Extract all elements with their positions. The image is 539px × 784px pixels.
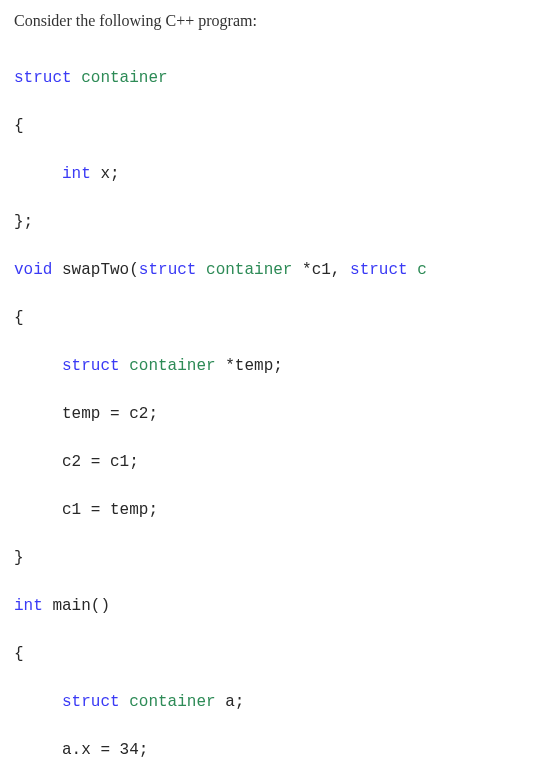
type-container: c xyxy=(408,261,427,279)
kw-struct: struct xyxy=(62,357,120,375)
code-text: *temp; xyxy=(216,357,283,375)
code-text: a; xyxy=(216,693,245,711)
code-text: c1 = temp; xyxy=(14,498,158,522)
type-container: container xyxy=(196,261,292,279)
kw-void: void xyxy=(14,261,52,279)
kw-int: int xyxy=(62,165,91,183)
kw-struct: struct xyxy=(139,261,197,279)
type-container: container xyxy=(120,357,216,375)
brace-close: } xyxy=(14,546,525,570)
brace-close-semi: }; xyxy=(14,210,525,234)
kw-int: int xyxy=(14,597,43,615)
kw-struct: struct xyxy=(62,693,120,711)
fn-name: swapTwo( xyxy=(52,261,138,279)
type-container: container xyxy=(72,69,168,87)
code-block: struct container { int x; }; void swapTw… xyxy=(14,42,525,784)
brace-open: { xyxy=(14,642,525,666)
intro-text: Consider the following C++ program: xyxy=(14,10,525,32)
brace-open: { xyxy=(14,306,525,330)
code-text: *c1, xyxy=(292,261,350,279)
code-text: c2 = c1; xyxy=(14,450,139,474)
fn-main: main() xyxy=(43,597,110,615)
code-text: temp = c2; xyxy=(14,402,158,426)
kw-struct: struct xyxy=(350,261,408,279)
brace-open: { xyxy=(14,114,525,138)
kw-struct: struct xyxy=(14,69,72,87)
code-text: a.x = 34; xyxy=(14,738,148,762)
code-text: x; xyxy=(91,165,120,183)
type-container: container xyxy=(120,693,216,711)
